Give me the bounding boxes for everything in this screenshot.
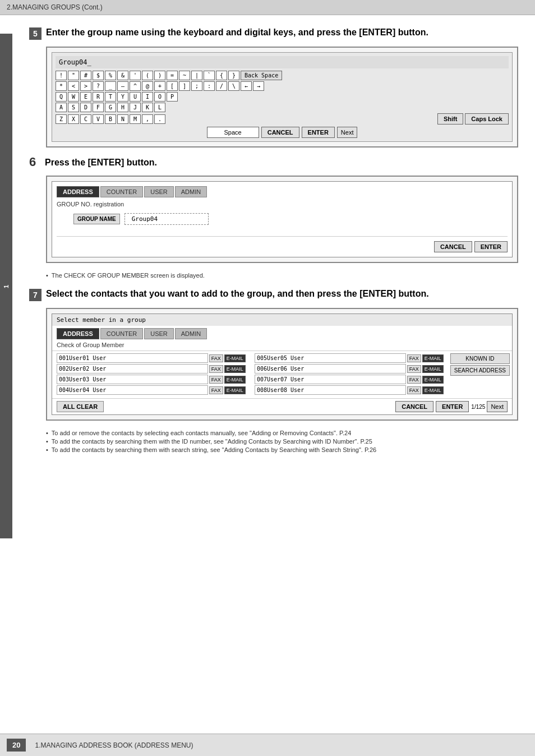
kb-key-j[interactable]: J [130, 103, 141, 112]
kb-key-question[interactable]: ? [93, 81, 104, 91]
member-name-4[interactable]: 004User04 User [57, 385, 208, 395]
kb-key-hash[interactable]: # [80, 71, 91, 80]
kb-key-i[interactable]: I [142, 92, 153, 102]
member-name-6[interactable]: 006User06 User [255, 364, 406, 374]
kb-key-d[interactable]: D [80, 103, 91, 112]
kb-key-lparen[interactable]: ( [142, 71, 153, 80]
member-tab-address[interactable]: ADDRESS [57, 328, 99, 339]
kb-key-percent[interactable]: % [105, 71, 116, 80]
member-name-1[interactable]: 001User01 User [57, 353, 208, 363]
kb-shift-button[interactable]: Shift [437, 113, 463, 125]
kb-space-button[interactable]: Space [207, 127, 259, 138]
kb-key-t[interactable]: T [105, 92, 116, 102]
kb-key-amp[interactable]: & [117, 71, 128, 80]
kb-key-plus[interactable]: + [154, 81, 165, 91]
kb-key-right-arrow[interactable]: → [253, 81, 264, 91]
kb-key-n[interactable]: N [117, 114, 128, 124]
kb-key-b[interactable]: B [105, 114, 116, 124]
member-fax-tag-6: FAX [407, 365, 421, 373]
member-right-col: 005User05 User FAX E-MAIL 006User06 User… [250, 351, 448, 398]
kb-key-f[interactable]: F [93, 103, 104, 112]
member-footer: ALL CLEAR CANCEL ENTER 1/125 Next [52, 398, 512, 414]
kb-key-rbracket[interactable]: ] [179, 81, 190, 91]
kb-key-k[interactable]: K [142, 103, 153, 112]
kb-key-lbrace[interactable]: { [216, 71, 227, 80]
kb-key-exclaim[interactable]: ! [56, 71, 67, 80]
kb-key-equals[interactable]: = [167, 71, 178, 80]
kb-key-l[interactable]: L [154, 103, 165, 112]
kb-key-lt[interactable]: < [68, 81, 79, 91]
kb-key-rbrace[interactable]: } [228, 71, 239, 80]
all-clear-button[interactable]: ALL CLEAR [57, 401, 104, 412]
kb-key-pipe[interactable]: | [191, 71, 202, 80]
kb-key-r[interactable]: R [93, 92, 104, 102]
known-id-button[interactable]: KNOWN ID [450, 353, 510, 364]
kb-key-backslash[interactable]: \ [228, 81, 239, 91]
kb-key-period[interactable]: . [154, 114, 165, 124]
kb-key-left-arrow[interactable]: ← [241, 81, 252, 91]
kb-key-underscore[interactable]: _ [105, 81, 116, 91]
member-next-button[interactable]: Next [487, 401, 508, 412]
tab-admin[interactable]: ADMIN [175, 186, 207, 197]
kb-key-h[interactable]: H [117, 103, 128, 112]
kb-key-colon[interactable]: : [204, 81, 215, 91]
step-6-header: 6 Press the [ENTER] button. [29, 156, 518, 169]
tab-user[interactable]: USER [144, 186, 174, 197]
kb-key-star[interactable]: * [56, 81, 67, 91]
kb-key-p[interactable]: P [167, 92, 178, 102]
kb-key-x[interactable]: X [68, 114, 79, 124]
kb-key-u[interactable]: U [130, 92, 141, 102]
kb-next-button[interactable]: Next [337, 127, 358, 138]
kb-caps-button[interactable]: Caps Lock [465, 113, 509, 125]
reg-cancel-button[interactable]: CANCEL [434, 241, 472, 252]
member-screen-inner: Select member in a group ADDRESS COUNTER… [52, 314, 513, 415]
kb-key-dollar[interactable]: $ [93, 71, 104, 80]
member-enter-button[interactable]: ENTER [436, 401, 469, 412]
kb-key-z[interactable]: Z [56, 114, 67, 124]
member-name-2[interactable]: 002User02 User [57, 364, 208, 374]
kb-backspace[interactable]: Back Space [241, 71, 282, 80]
kb-key-s[interactable]: S [68, 103, 79, 112]
member-name-5[interactable]: 005User05 User [255, 353, 406, 363]
kb-enter-button[interactable]: ENTER [302, 127, 335, 138]
kb-key-q[interactable]: Q [56, 92, 67, 102]
kb-key-g[interactable]: G [105, 103, 116, 112]
member-name-3[interactable]: 003User03 User [57, 375, 208, 384]
kb-key-y[interactable]: Y [117, 92, 128, 102]
kb-key-fwdslash[interactable]: / [216, 81, 227, 91]
member-name-7[interactable]: 007User07 User [255, 375, 406, 384]
kb-key-dash[interactable]: — [117, 81, 128, 91]
kb-key-quote[interactable]: " [68, 71, 79, 80]
kb-key-apos[interactable]: ' [130, 71, 141, 80]
member-email-tag-7: E-MAIL [422, 376, 444, 384]
tab-counter[interactable]: COUNTER [100, 186, 143, 197]
member-tab-admin[interactable]: ADMIN [175, 328, 207, 339]
kb-key-backtick[interactable]: ` [204, 71, 215, 80]
kb-key-caret[interactable]: ^ [130, 81, 141, 91]
kb-key-rparen[interactable]: ) [154, 71, 165, 80]
member-tab-counter[interactable]: COUNTER [100, 328, 143, 339]
tab-address[interactable]: ADDRESS [57, 186, 99, 197]
kb-key-v[interactable]: V [93, 114, 104, 124]
kb-key-o[interactable]: O [154, 92, 165, 102]
kb-key-tilde[interactable]: ~ [179, 71, 190, 80]
reg-enter-button[interactable]: ENTER [474, 241, 508, 252]
kb-key-c[interactable]: C [80, 114, 91, 124]
member-email-tag-3: E-MAIL [224, 376, 246, 384]
member-cancel-button[interactable]: CANCEL [395, 401, 433, 412]
kb-key-gt[interactable]: > [80, 81, 91, 91]
kb-key-semicolon[interactable]: ; [191, 81, 202, 91]
search-address-button[interactable]: SEARCH ADDRESS [450, 365, 510, 376]
kb-key-at[interactable]: @ [142, 81, 153, 91]
kb-key-comma[interactable]: , [142, 114, 153, 124]
kb-cancel-button[interactable]: CANCEL [261, 127, 299, 138]
kb-key-e[interactable]: E [80, 92, 91, 102]
member-tab-user[interactable]: USER [144, 328, 174, 339]
kb-key-m[interactable]: M [130, 114, 141, 124]
reg-title: GROUP NO. registration [57, 201, 508, 208]
kb-key-lbracket[interactable]: [ [167, 81, 178, 91]
member-name-8[interactable]: 008User08 User [255, 385, 406, 395]
kb-key-w[interactable]: W [68, 92, 79, 102]
kb-key-a[interactable]: A [56, 103, 67, 112]
reg-tab-bar: ADDRESS COUNTER USER ADMIN [57, 186, 508, 197]
